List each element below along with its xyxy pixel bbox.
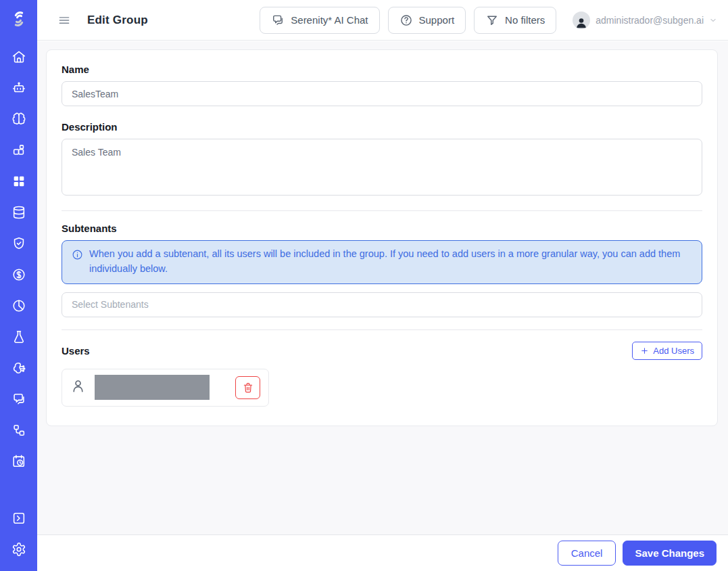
database-icon bbox=[11, 205, 26, 220]
user-list-item bbox=[62, 369, 269, 407]
name-label: Name bbox=[62, 64, 702, 75]
sidebar-item-console[interactable] bbox=[11, 511, 26, 526]
apps-grid-icon bbox=[11, 174, 26, 189]
flask-icon bbox=[11, 329, 26, 344]
person-icon bbox=[575, 16, 588, 29]
description-label: Description bbox=[62, 121, 702, 133]
sidebar-item-home[interactable] bbox=[11, 49, 26, 64]
cancel-button[interactable]: Cancel bbox=[558, 541, 616, 566]
sidebar-item-settings[interactable] bbox=[11, 542, 26, 557]
hamburger-icon bbox=[57, 14, 71, 27]
subtenants-select-input[interactable] bbox=[62, 292, 702, 317]
home-icon bbox=[11, 49, 26, 64]
header-actions: Serenity* AI Chat Support No filters adm… bbox=[260, 7, 717, 34]
sidebar-item-lab[interactable] bbox=[11, 329, 26, 344]
support-button-label: Support bbox=[419, 14, 455, 26]
sidebar-item-blocks[interactable] bbox=[11, 143, 26, 158]
trash-icon bbox=[242, 382, 254, 394]
sidebar-nav-bottom bbox=[11, 511, 26, 557]
app-logo bbox=[0, 0, 37, 37]
page-title: Edit Group bbox=[87, 14, 148, 27]
filters-button[interactable]: No filters bbox=[474, 7, 556, 34]
ai-chat-button-label: Serenity* AI Chat bbox=[291, 14, 368, 26]
plus-icon bbox=[640, 346, 649, 355]
terminal-icon bbox=[11, 511, 26, 526]
settings-gear-icon bbox=[11, 542, 26, 557]
sidebar-nav bbox=[11, 49, 26, 469]
name-input[interactable] bbox=[62, 81, 702, 106]
sidebar-item-brain[interactable] bbox=[11, 112, 26, 127]
sidebar-item-chat[interactable] bbox=[11, 392, 26, 407]
pie-chart-icon bbox=[11, 298, 26, 313]
users-header-row: Users Add Users bbox=[62, 342, 702, 360]
ai-chat-button[interactable]: Serenity* AI Chat bbox=[260, 7, 379, 34]
neural-network-icon bbox=[11, 361, 26, 375]
logo-icon bbox=[9, 9, 29, 29]
hamburger-menu-button[interactable] bbox=[57, 14, 71, 27]
shield-check-icon bbox=[11, 236, 26, 251]
redacted-user-name bbox=[95, 375, 210, 400]
subtenants-label: Subtenants bbox=[62, 223, 702, 234]
brain-icon bbox=[11, 112, 26, 127]
sidebar-item-schedule[interactable] bbox=[11, 454, 26, 469]
sidebar-item-billing[interactable] bbox=[11, 267, 26, 282]
sidebar-item-models[interactable] bbox=[11, 361, 26, 375]
info-icon bbox=[72, 249, 83, 260]
filters-button-label: No filters bbox=[505, 14, 545, 26]
chat-bubbles-icon bbox=[271, 14, 285, 27]
support-button[interactable]: Support bbox=[388, 7, 466, 34]
top-header: Edit Group Serenity* AI Chat Support No … bbox=[37, 0, 728, 41]
robot-icon bbox=[11, 81, 26, 95]
user-email: administrador@subgen.ai bbox=[596, 15, 704, 26]
blocks-icon bbox=[11, 143, 26, 158]
add-users-button-label: Add Users bbox=[653, 346, 694, 356]
dollar-coin-icon bbox=[11, 267, 26, 282]
funnel-icon bbox=[485, 14, 499, 27]
chat-bubbles-icon bbox=[11, 392, 26, 407]
sidebar-item-apps[interactable] bbox=[11, 174, 26, 189]
delete-user-button[interactable] bbox=[235, 376, 260, 399]
edit-group-card: Name Description Sales Team Subtenants W… bbox=[46, 49, 718, 426]
sidebar-item-workflows[interactable] bbox=[11, 423, 26, 438]
sidebar-item-database[interactable] bbox=[11, 205, 26, 220]
workflow-nodes-icon bbox=[11, 423, 26, 438]
description-input[interactable]: Sales Team bbox=[62, 139, 702, 196]
user-person-icon bbox=[70, 378, 86, 396]
footer-bar: Cancel Save Changes bbox=[37, 534, 728, 571]
save-changes-button[interactable]: Save Changes bbox=[623, 541, 717, 566]
main-content: Name Description Sales Team Subtenants W… bbox=[37, 41, 728, 534]
calendar-clock-icon bbox=[11, 454, 26, 469]
sidebar-item-security[interactable] bbox=[11, 236, 26, 251]
chevron-down-icon bbox=[709, 16, 717, 24]
subtenants-info-alert: When you add a subtenant, all its users … bbox=[62, 240, 702, 284]
sidebar-item-analytics[interactable] bbox=[11, 298, 26, 313]
divider bbox=[62, 329, 702, 330]
avatar bbox=[573, 12, 590, 29]
help-circle-icon bbox=[399, 14, 413, 27]
add-users-button[interactable]: Add Users bbox=[632, 342, 702, 360]
user-menu[interactable]: administrador@subgen.ai bbox=[573, 12, 717, 29]
subtenants-info-text: When you add a subtenant, all its users … bbox=[89, 247, 692, 277]
divider bbox=[62, 210, 702, 211]
users-label: Users bbox=[62, 345, 90, 357]
sidebar bbox=[0, 0, 37, 571]
sidebar-item-robot[interactable] bbox=[11, 81, 26, 95]
